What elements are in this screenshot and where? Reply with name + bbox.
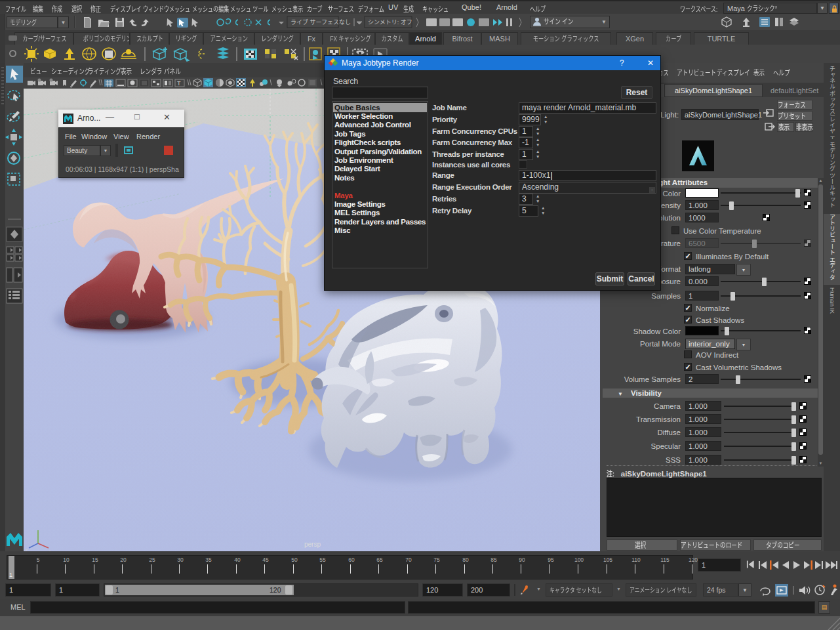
- svg-text:T: T: [177, 80, 181, 87]
- svg-text:ライブ サーフェスなし: ライブ サーフェスなし: [290, 18, 351, 26]
- svg-text:シンメトリ: オフ: シンメトリ: オフ: [368, 19, 412, 26]
- svg-text:persp: persp: [304, 541, 321, 548]
